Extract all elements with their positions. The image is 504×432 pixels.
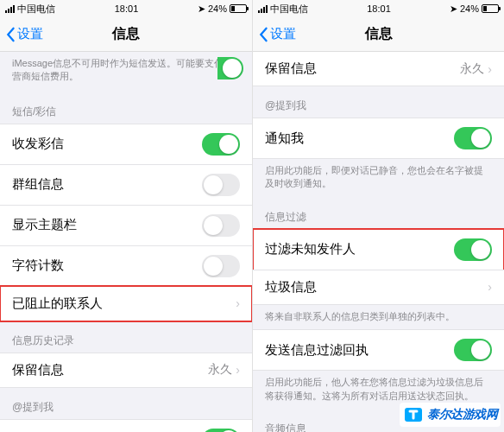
notify-toggle[interactable]	[454, 127, 492, 149]
receipts-row[interactable]: 发送信息过滤回执	[253, 329, 504, 371]
imessage-toggle-partial[interactable]	[217, 57, 243, 79]
filter-unknown-row[interactable]: 过滤未知发件人	[253, 229, 504, 270]
back-label: 设置	[17, 26, 43, 42]
junk-row[interactable]: 垃圾信息 ›	[253, 270, 504, 305]
charcount-toggle[interactable]	[202, 255, 240, 277]
carrier: 中国电信	[17, 3, 55, 16]
keep-value: 永久	[208, 362, 232, 378]
keep-label: 保留信息	[12, 362, 64, 378]
nav-bar: 设置 信息	[0, 17, 252, 52]
chevron-left-icon	[5, 27, 16, 42]
group-label: 群组信息	[12, 176, 64, 193]
sms-section-header: 短信/彩信	[0, 92, 252, 124]
blocked-contacts-row[interactable]: 已阻止的联系人 ›	[0, 286, 252, 321]
filter-section-header: 信息过滤	[253, 198, 504, 230]
notify-row[interactable]: 通知我	[0, 419, 252, 432]
battery-icon	[482, 4, 499, 13]
watermark-icon	[403, 404, 424, 425]
back-label: 设置	[270, 26, 296, 42]
notify-row[interactable]: 通知我	[253, 118, 504, 159]
history-section-header: 信息历史记录	[0, 321, 252, 353]
location-icon: ➤	[198, 3, 205, 15]
keep-label: 保留信息	[265, 60, 317, 77]
chevron-right-icon: ›	[488, 280, 492, 294]
notify-toggle[interactable]	[202, 429, 240, 432]
notify-note: 启用此功能后，即便对话已静音，您也会在名字被提及时收到通知。	[253, 159, 504, 198]
status-bar: 中国电信 18:01 ➤ 24%	[253, 0, 504, 17]
battery-percent: 24%	[208, 3, 227, 14]
charcount-label: 字符计数	[12, 257, 64, 274]
subject-row[interactable]: 显示主题栏	[0, 205, 252, 246]
group-toggle[interactable]	[202, 174, 240, 196]
watermark-text: 泰尔达游戏网	[427, 407, 497, 422]
filter-unknown-toggle[interactable]	[454, 238, 492, 261]
mention-section-header: @提到我	[253, 86, 504, 118]
status-bar: 中国电信 18:01 ➤ 24%	[0, 0, 252, 17]
left-pane: 中国电信 18:01 ➤ 24% 设置 信息 iMessage信息不可用时作为短…	[0, 0, 252, 432]
subject-label: 显示主题栏	[12, 217, 77, 233]
mms-label: 收发彩信	[12, 136, 64, 152]
junk-label: 垃圾信息	[265, 279, 317, 295]
nav-title: 信息	[365, 25, 393, 43]
mms-row[interactable]: 收发彩信	[0, 124, 252, 165]
battery-icon	[230, 4, 247, 13]
status-time: 18:01	[115, 3, 139, 14]
filter-unknown-label: 过滤未知发件人	[265, 241, 356, 257]
notify-label: 通知我	[265, 130, 304, 147]
receipts-label: 发送信息过滤回执	[265, 342, 369, 359]
chevron-right-icon: ›	[236, 363, 240, 377]
carrier: 中国电信	[270, 3, 308, 16]
chevron-right-icon: ›	[488, 62, 492, 76]
chevron-right-icon: ›	[236, 296, 240, 310]
signal-icon	[5, 5, 15, 13]
mms-toggle[interactable]	[202, 133, 240, 156]
keep-value: 永久	[460, 61, 484, 77]
right-pane: 中国电信 18:01 ➤ 24% 设置 信息 保留信息 永久›	[252, 0, 504, 432]
back-button[interactable]: 设置	[253, 26, 296, 42]
receipts-toggle[interactable]	[454, 339, 492, 361]
back-button[interactable]: 设置	[0, 26, 43, 42]
group-row[interactable]: 群组信息	[0, 164, 252, 206]
keep-row[interactable]: 保留信息 永久›	[253, 52, 504, 86]
signal-icon	[258, 5, 268, 13]
location-icon: ➤	[450, 3, 457, 15]
nav-bar: 设置 信息	[253, 17, 504, 52]
nav-title: 信息	[112, 25, 140, 43]
junk-note: 将来自非联系人的信息归类到单独的列表中。	[253, 305, 504, 330]
keep-row[interactable]: 保留信息 永久›	[0, 353, 252, 388]
watermark: 泰尔达游戏网	[400, 403, 501, 427]
subject-toggle[interactable]	[202, 214, 240, 237]
chevron-left-icon	[258, 27, 268, 42]
status-time: 18:01	[367, 3, 391, 14]
battery-percent: 24%	[460, 3, 479, 14]
blocked-label: 已阻止的联系人	[12, 295, 103, 312]
mention-section-header: @提到我	[0, 388, 252, 420]
charcount-row[interactable]: 字符计数	[0, 245, 252, 287]
